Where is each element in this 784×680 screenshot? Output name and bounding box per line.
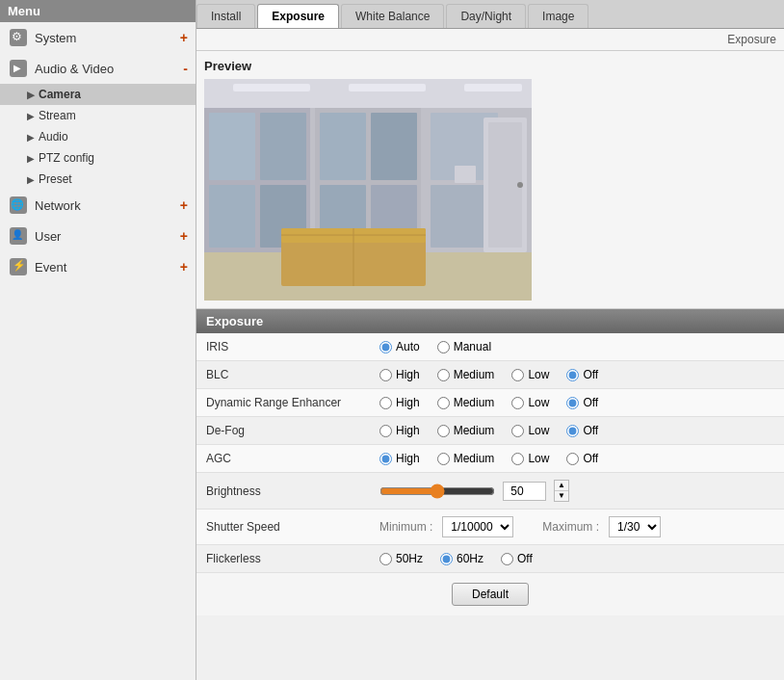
shutter-speed-label: Shutter Speed [196,510,370,545]
sub-item-label: Audio [39,130,68,144]
preview-section: Preview [196,51,784,309]
tab-day-night[interactable]: Day/Night [446,4,526,28]
dre-high-radio[interactable] [379,397,392,409]
sidebar-item-system[interactable]: System + [0,22,196,53]
shutter-speed-row: Shutter Speed Minimum : 1/10000 1/5000 1… [196,510,784,545]
defog-off-radio[interactable] [566,425,579,437]
blc-off-label: Off [583,368,598,381]
defog-off-option[interactable]: Off [566,424,598,437]
iris-manual-option[interactable]: Manual [437,340,491,353]
agc-medium-label: Medium [454,452,495,465]
settings-table: IRIS Auto Manual [196,333,784,573]
shutter-speed-control: Minimum : 1/10000 1/5000 1/2000 1/1000 M… [379,516,774,537]
maximum-label: Maximum : [542,520,599,534]
agc-low-radio[interactable] [511,453,524,465]
svg-rect-2 [233,84,310,92]
blc-label: BLC [196,361,370,389]
defog-medium-option[interactable]: Medium [437,424,495,437]
iris-row: IRIS Auto Manual [196,333,784,361]
arrow-icon: ▶ [27,153,35,164]
flickerless-50hz-radio[interactable] [379,553,392,565]
blc-high-radio[interactable] [379,369,392,381]
agc-medium-radio[interactable] [437,453,450,465]
dre-low-option[interactable]: Low [511,396,549,409]
agc-high-radio[interactable] [379,453,392,465]
agc-off-radio[interactable] [566,453,579,465]
defog-low-option[interactable]: Low [511,424,549,437]
blc-medium-label: Medium [454,368,495,381]
svg-rect-7 [260,113,306,180]
av-icon [8,58,29,79]
iris-auto-option[interactable]: Auto [379,340,420,353]
sidebar-item-preset[interactable]: ▶ Preset [0,169,196,190]
defog-label: De-Fog [196,417,370,445]
tab-image[interactable]: Image [528,4,588,28]
iris-auto-radio[interactable] [379,341,392,353]
agc-options: High Medium Low [379,452,774,465]
dynamic-range-options: High Medium Low [379,396,774,409]
blc-medium-option[interactable]: Medium [437,368,495,381]
tab-white-balance[interactable]: White Balance [341,4,444,28]
blc-off-option[interactable]: Off [566,368,598,381]
iris-options: Auto Manual [379,340,774,353]
dre-medium-option[interactable]: Medium [437,396,495,409]
dre-low-radio[interactable] [511,397,524,409]
sidebar-item-label: Audio & Video [35,62,114,76]
blc-low-option[interactable]: Low [511,368,549,381]
svg-rect-8 [209,185,255,248]
dre-off-option[interactable]: Off [566,396,598,409]
tab-install[interactable]: Install [196,4,255,28]
default-button[interactable]: Default [452,583,529,606]
dre-medium-radio[interactable] [437,397,450,409]
sidebar-item-network[interactable]: Network + [0,190,196,221]
maximum-select[interactable]: 1/30 1/25 1/15 1/8 [609,516,661,537]
blc-medium-radio[interactable] [437,369,450,381]
breadcrumb: Exposure [196,29,784,51]
blc-high-option[interactable]: High [379,368,420,381]
dre-high-option[interactable]: High [379,396,420,409]
defog-medium-radio[interactable] [437,425,450,437]
tab-exposure[interactable]: Exposure [257,4,339,28]
svg-rect-3 [349,84,426,92]
sub-item-label: Preset [39,172,72,186]
flickerless-60hz-option[interactable]: 60Hz [440,552,483,565]
blc-low-radio[interactable] [511,369,524,381]
dynamic-range-label: Dynamic Range Enhancer [196,389,370,417]
sidebar-item-ptz-config[interactable]: ▶ PTZ config [0,147,196,169]
sidebar-item-camera[interactable]: ▶ Camera [0,84,196,105]
dre-off-radio[interactable] [566,397,579,409]
brightness-down[interactable]: ▼ [555,491,568,501]
sidebar-item-label: User [35,229,61,244]
defog-options: High Medium Low [379,424,774,437]
sidebar-item-audio[interactable]: ▶ Audio [0,126,196,147]
defog-low-radio[interactable] [511,425,524,437]
defog-high-option[interactable]: High [379,424,420,437]
svg-rect-12 [371,113,417,180]
iris-manual-radio[interactable] [437,341,450,353]
flickerless-60hz-radio[interactable] [440,553,453,565]
brightness-spinner[interactable]: ▲ ▼ [554,480,569,502]
minimum-select[interactable]: 1/10000 1/5000 1/2000 1/1000 [442,516,513,537]
expand-icon: + [180,259,188,275]
agc-medium-option[interactable]: Medium [437,452,495,465]
defog-high-radio[interactable] [379,425,392,437]
agc-low-option[interactable]: Low [511,452,549,465]
brightness-input[interactable] [503,482,546,501]
agc-high-option[interactable]: High [379,452,420,465]
brightness-slider[interactable] [379,484,495,499]
iris-auto-label: Auto [396,340,420,353]
sidebar: Menu System + Audio & Video - ▶ Camera ▶… [0,0,196,680]
sub-item-label: Stream [39,109,76,122]
flickerless-off-option[interactable]: Off [501,552,533,565]
exposure-settings: Exposure IRIS Auto [196,309,784,615]
sidebar-item-stream[interactable]: ▶ Stream [0,105,196,126]
sidebar-item-event[interactable]: Event + [0,251,196,282]
sidebar-item-audio-video[interactable]: Audio & Video - [0,53,196,84]
sidebar-item-user[interactable]: User + [0,221,196,251]
flickerless-50hz-option[interactable]: 50Hz [379,552,423,565]
brightness-up[interactable]: ▲ [555,481,568,491]
flickerless-off-radio[interactable] [501,553,513,565]
agc-off-option[interactable]: Off [566,452,598,465]
blc-off-radio[interactable] [566,369,579,381]
expand-icon: + [180,228,188,244]
